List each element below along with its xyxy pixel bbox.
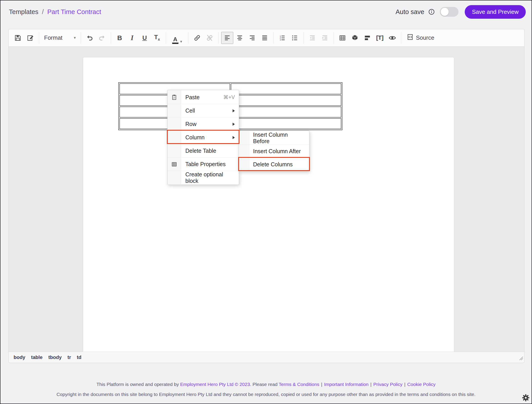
format-dropdown[interactable]: Format ▾: [42, 32, 78, 44]
underline-button[interactable]: U: [139, 32, 151, 44]
important-info-link[interactable]: Important Information: [324, 382, 369, 387]
submenu-item-label: Delete Columns: [253, 161, 293, 168]
toolbar-divider: [111, 32, 111, 44]
table-cell[interactable]: [231, 95, 342, 106]
menu-item-row[interactable]: Row: [168, 117, 239, 131]
submenu-item-insert-column-after[interactable]: Insert Column After: [239, 144, 309, 158]
align-right-button[interactable]: [246, 32, 258, 44]
show-blocks-button[interactable]: [349, 32, 361, 44]
div-layout-button[interactable]: [361, 32, 373, 44]
save-and-preview-button[interactable]: Save and Preview: [465, 5, 526, 19]
undo-icon: [86, 34, 93, 42]
menu-item-label: Create optional block: [185, 171, 235, 184]
path-element-td[interactable]: td: [77, 354, 82, 360]
source-button[interactable]: Source: [404, 32, 437, 44]
menu-item-label: Row: [185, 121, 196, 127]
menu-item-label: Cell: [185, 107, 195, 114]
toolbar-divider: [166, 32, 166, 44]
editor-canvas: [9, 47, 524, 352]
svg-text:3: 3: [280, 39, 281, 41]
submenu-item-label: Insert Column Before: [253, 131, 305, 144]
menu-item-create-optional-block[interactable]: Create optional block: [168, 171, 239, 184]
autosave-toggle[interactable]: [440, 7, 458, 17]
submenu-item-label: Insert Column After: [253, 148, 301, 155]
save-icon: [14, 34, 22, 42]
table-icon: [339, 34, 346, 42]
menu-item-column[interactable]: Column: [168, 131, 239, 144]
table-cell[interactable]: [231, 107, 342, 117]
outdent-button: [306, 32, 318, 44]
justify-button[interactable]: [259, 32, 271, 44]
source-icon: [406, 33, 414, 42]
insert-table-button[interactable]: [336, 32, 348, 44]
resize-handle-icon[interactable]: [518, 356, 523, 362]
redo-icon: [98, 34, 106, 42]
element-path-bar: body table tbody tr td: [9, 352, 524, 363]
footer-text: . Please read: [250, 382, 279, 387]
remove-format-button[interactable]: Tx: [151, 32, 163, 44]
format-label: Format: [44, 34, 62, 41]
privacy-link[interactable]: Privacy Policy: [373, 382, 403, 387]
text-color-button[interactable]: A ▾: [169, 32, 186, 44]
preview-button[interactable]: [386, 32, 398, 44]
div-layout-icon: [364, 34, 371, 42]
path-element-tbody[interactable]: tbody: [48, 354, 62, 360]
submenu-item-delete-columns[interactable]: Delete Columns: [239, 158, 309, 171]
justify-icon: [261, 34, 268, 41]
link-button[interactable]: [191, 32, 203, 44]
toolbar-divider: [401, 32, 401, 44]
path-element-tr[interactable]: tr: [68, 354, 71, 360]
settings-gear-icon[interactable]: [521, 393, 530, 403]
table-context-menu: Paste ⌘+V Cell Row Column Delete Table T…: [167, 90, 239, 185]
menu-item-delete-table[interactable]: Delete Table: [168, 144, 239, 157]
submenu-arrow-icon: [233, 109, 235, 112]
top-bar: Templates / Part Time Contract Auto save…: [0, 0, 532, 23]
numbered-list-icon: 123: [279, 34, 286, 41]
path-element-table[interactable]: table: [31, 354, 43, 360]
paste-icon: [171, 94, 178, 100]
toolbar-divider: [188, 32, 189, 44]
show-blocks-icon: [351, 34, 359, 42]
templates-button[interactable]: [24, 32, 36, 44]
align-right-icon: [249, 34, 256, 41]
toolbar-divider: [218, 32, 219, 44]
paste-shortcut: ⌘+V: [223, 94, 235, 100]
menu-item-table-properties[interactable]: Table Properties: [168, 157, 239, 171]
breadcrumb: Templates / Part Time Contract: [9, 8, 101, 16]
toolbar-divider: [304, 32, 304, 44]
align-center-button[interactable]: [234, 32, 246, 44]
bulleted-list-button[interactable]: [289, 32, 301, 44]
app-window: Templates / Part Time Contract Auto save…: [0, 0, 532, 404]
column-submenu: Insert Column Before Insert Column After…: [239, 131, 310, 171]
align-center-icon: [236, 34, 243, 41]
submenu-arrow-icon: [233, 123, 235, 126]
save-button[interactable]: [12, 32, 24, 44]
menu-item-cell[interactable]: Cell: [168, 104, 239, 117]
placeholder-button[interactable]: [T]: [374, 32, 386, 44]
company-link[interactable]: Employment Hero Pty Ltd © 2023: [180, 382, 250, 387]
italic-button[interactable]: I: [126, 32, 138, 44]
undo-button[interactable]: [83, 32, 95, 44]
info-icon[interactable]: [428, 8, 435, 15]
submenu-arrow-icon: [233, 136, 235, 139]
terms-link[interactable]: Terms & Conditions: [279, 382, 319, 387]
redo-button: [96, 32, 108, 44]
source-label: Source: [416, 34, 434, 41]
document-page[interactable]: [83, 57, 454, 352]
path-element-body[interactable]: body: [14, 354, 25, 360]
underline-icon: U: [142, 34, 147, 41]
toolbar-divider: [39, 32, 39, 44]
align-left-button[interactable]: [221, 32, 233, 44]
footer-separator: |: [404, 382, 405, 387]
italic-icon: I: [131, 34, 133, 42]
cookie-link[interactable]: Cookie Policy: [407, 382, 436, 387]
numbered-list-button[interactable]: 123: [276, 32, 288, 44]
table-cell[interactable]: [231, 118, 342, 129]
page-footer: This Platform is owned and operated by E…: [0, 381, 532, 397]
submenu-item-insert-column-before[interactable]: Insert Column Before: [239, 131, 309, 144]
bold-button[interactable]: B: [114, 32, 126, 44]
menu-item-paste[interactable]: Paste ⌘+V: [168, 91, 239, 104]
breadcrumb-templates[interactable]: Templates: [9, 8, 38, 16]
remove-format-icon: Tx: [154, 34, 160, 42]
table-cell[interactable]: [231, 83, 342, 94]
